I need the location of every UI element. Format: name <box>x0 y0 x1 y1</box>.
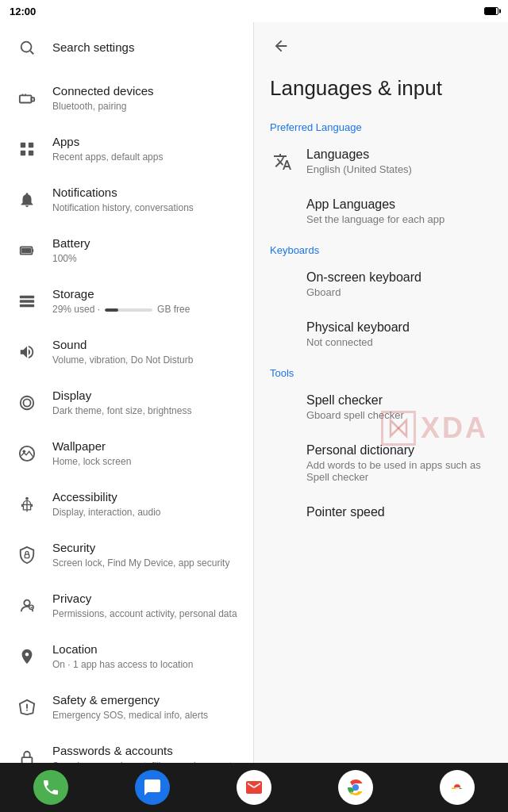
privacy-title: Privacy <box>52 591 241 607</box>
privacy-subtitle: Permissions, account activity, personal … <box>52 608 241 621</box>
location-title: Location <box>52 642 241 657</box>
settings-panel: Search settings Connected devices Blueto… <box>0 22 254 763</box>
detail-item-languages[interactable]: Languages English (United States) <box>254 136 508 186</box>
status-bar: 12:00 <box>0 0 508 22</box>
main-content: Search settings Connected devices Blueto… <box>0 22 508 763</box>
svg-rect-15 <box>20 304 34 308</box>
detail-item-app-languages[interactable]: App Languages Set the language for each … <box>254 186 508 236</box>
svg-rect-12 <box>21 248 31 253</box>
spell-checker-text: Spell checker Gboard spell checker <box>270 393 492 421</box>
back-button[interactable] <box>267 32 295 60</box>
safety-text: Safety & emergency Emergency SOS, medica… <box>52 692 241 722</box>
display-icon <box>13 389 41 417</box>
sidebar-item-safety[interactable]: Safety & emergency Emergency SOS, medica… <box>0 682 253 733</box>
languages-text: Languages English (United States) <box>306 147 412 175</box>
nav-gmail[interactable] <box>237 770 271 805</box>
svg-rect-6 <box>21 143 25 147</box>
onscreen-keyboard-subtitle: Gboard <box>306 286 492 298</box>
svg-rect-9 <box>29 151 33 155</box>
languages-row: Languages English (United States) <box>270 147 492 175</box>
nav-messages[interactable] <box>135 770 170 805</box>
svg-rect-21 <box>25 554 29 558</box>
sidebar-item-sound[interactable]: Sound Volume, vibration, Do Not Disturb <box>0 327 253 377</box>
sound-text: Sound Volume, vibration, Do Not Disturb <box>52 337 241 366</box>
app-languages-title: App Languages <box>306 197 492 212</box>
security-subtitle: Screen lock, Find My Device, app securit… <box>52 557 241 570</box>
nav-photos[interactable] <box>440 770 475 805</box>
wallpaper-text: Wallpaper Home, lock screen <box>52 439 241 468</box>
languages-title: Languages <box>306 147 412 162</box>
status-time: 12:00 <box>10 6 36 17</box>
svg-rect-26 <box>22 757 33 763</box>
connected-devices-title: Connected devices <box>52 83 241 99</box>
nav-bar <box>0 763 508 812</box>
wallpaper-icon <box>13 439 41 468</box>
apps-text: Apps Recent apps, default apps <box>52 134 241 163</box>
sidebar-item-connected-devices[interactable]: Connected devices Bluetooth, pairing <box>0 73 253 124</box>
nav-chrome[interactable] <box>338 770 373 805</box>
sidebar-item-search-settings[interactable]: Search settings <box>0 22 253 73</box>
search-icon <box>13 33 41 62</box>
personal-dictionary-subtitle: Add words to be used in apps such as Spe… <box>306 459 492 483</box>
wallpaper-title: Wallpaper <box>52 439 241 454</box>
detail-item-spell-checker[interactable]: Spell checker Gboard spell checker <box>254 382 508 432</box>
svg-point-0 <box>21 42 32 52</box>
display-text: Display Dark theme, font size, brightnes… <box>52 388 241 417</box>
detail-header <box>254 22 508 70</box>
detail-item-onscreen-keyboard[interactable]: On-screen keyboard Gboard <box>254 259 508 309</box>
sidebar-item-wallpaper[interactable]: Wallpaper Home, lock screen <box>0 428 253 479</box>
svg-point-17 <box>23 450 26 453</box>
location-subtitle: On · 1 app has access to location <box>52 659 241 672</box>
storage-title: Storage <box>52 286 241 302</box>
sound-subtitle: Volume, vibration, Do Not Disturb <box>52 354 241 367</box>
personal-dictionary-text: Personal dictionary Add words to be used… <box>270 443 492 483</box>
spell-checker-subtitle: Gboard spell checker <box>306 409 492 421</box>
storage-bar: 29% used · GB free <box>52 304 241 316</box>
storage-subtitle: 29% used · <box>52 304 100 316</box>
translate-icon <box>270 149 295 174</box>
detail-item-personal-dictionary[interactable]: Personal dictionary Add words to be used… <box>254 432 508 494</box>
safety-icon <box>13 693 41 722</box>
detail-item-pointer-speed[interactable]: Pointer speed <box>254 494 508 530</box>
pointer-speed-text: Pointer speed <box>270 505 492 519</box>
sidebar-item-privacy[interactable]: Privacy Permissions, account activity, p… <box>0 580 253 631</box>
svg-point-25 <box>26 710 28 711</box>
sidebar-item-security[interactable]: Security Screen lock, Find My Device, ap… <box>0 530 253 580</box>
sidebar-item-storage[interactable]: Storage 29% used · GB free <box>0 276 253 327</box>
sidebar-item-notifications[interactable]: Notifications Notification history, conv… <box>0 174 253 225</box>
battery-fill <box>485 8 496 14</box>
detail-item-physical-keyboard[interactable]: Physical keyboard Not connected <box>254 309 508 359</box>
connected-devices-text: Connected devices Bluetooth, pairing <box>52 83 241 113</box>
storage-fill <box>105 308 118 312</box>
sidebar-item-accessibility[interactable]: Accessibility Display, interaction, audi… <box>0 479 253 530</box>
passwords-title: Passwords & accounts <box>52 743 241 759</box>
safety-title: Safety & emergency <box>52 692 241 708</box>
physical-keyboard-title: Physical keyboard <box>306 320 492 335</box>
svg-point-18 <box>25 497 29 500</box>
battery-icon <box>484 7 498 15</box>
nav-phone[interactable] <box>33 770 68 805</box>
privacy-text: Privacy Permissions, account activity, p… <box>52 591 241 620</box>
pointer-speed-title: Pointer speed <box>306 505 492 519</box>
svg-line-1 <box>30 51 33 54</box>
apps-icon <box>13 135 41 163</box>
display-title: Display <box>52 388 241 404</box>
notifications-subtitle: Notification history, conversations <box>52 202 241 215</box>
sidebar-item-apps[interactable]: Apps Recent apps, default apps <box>0 124 253 174</box>
security-icon <box>13 541 41 569</box>
physical-keyboard-subtitle: Not connected <box>306 336 492 348</box>
svg-rect-7 <box>29 143 33 147</box>
section-keyboards: Keyboards <box>254 236 508 259</box>
personal-dictionary-title: Personal dictionary <box>306 443 492 458</box>
section-tools: Tools <box>254 359 508 382</box>
svg-rect-3 <box>32 98 35 102</box>
sidebar-item-location[interactable]: Location On · 1 app has access to locati… <box>0 631 253 682</box>
sidebar-item-passwords[interactable]: Passwords & accounts Saved passwords, au… <box>0 733 253 763</box>
sidebar-item-battery[interactable]: Battery 100% <box>0 225 253 276</box>
sidebar-item-display[interactable]: Display Dark theme, font size, brightnes… <box>0 377 253 428</box>
detail-title: Languages & input <box>254 70 508 113</box>
battery-title: Battery <box>52 236 241 251</box>
battery-subtitle: 100% <box>52 253 241 266</box>
status-bar-right <box>484 7 498 15</box>
svg-rect-8 <box>21 151 25 155</box>
